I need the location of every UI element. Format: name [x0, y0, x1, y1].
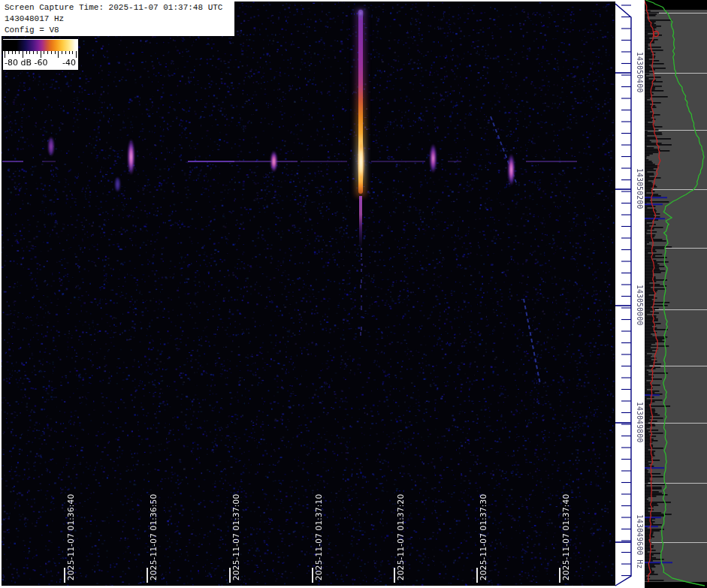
time-axis-label: 2025-11-07 01:37:00	[231, 494, 240, 580]
main-echo-faint-dash	[361, 269, 362, 272]
colorbar-tick	[62, 51, 62, 54]
colorbar-tick	[26, 51, 27, 54]
colorbar-tick	[51, 51, 52, 54]
time-axis-label: 2025-11-07 01:37:30	[479, 494, 488, 580]
carrier-segment	[42, 161, 56, 162]
colorbar-label-left: -80 dB -60	[5, 58, 47, 68]
main-echo-faint-dash	[360, 285, 361, 288]
carrier-segment	[2, 161, 23, 162]
freq-axis-label: 143050200	[636, 168, 644, 209]
main-echo-head	[358, 9, 364, 17]
freq-axis-label: 143049800	[636, 402, 644, 442]
echo-blip	[114, 176, 121, 193]
freq-axis-label: 143050000	[636, 285, 644, 325]
frequency-axis: 1430504001430502001430500001430498001430…	[615, 0, 645, 588]
freq-axis-label: 143050400	[636, 52, 644, 92]
main-echo-hotspot	[358, 139, 364, 185]
capture-info-box: Screen Capture Time: 2025-11-07 01:37:48…	[2, 2, 234, 36]
main-echo-faint-dash	[361, 253, 362, 257]
spectrum-curves	[645, 0, 707, 588]
main-echo-tail	[359, 196, 362, 248]
colorbar-labels: -80 dB -60 -40	[3, 58, 78, 68]
left-border	[0, 0, 2, 588]
main-echo-faint-dash	[360, 332, 361, 336]
colorbar-tick	[29, 51, 30, 54]
colorbar-tick	[15, 51, 16, 54]
main-echo-faint-dash	[361, 279, 362, 283]
time-tick	[229, 568, 231, 583]
time-axis-label: 2025-11-07 01:37:40	[561, 494, 570, 580]
time-axis-label: 2025-11-07 01:37:20	[396, 494, 405, 580]
echo-blip	[507, 152, 515, 188]
time-tick	[147, 568, 148, 583]
carrier-segment	[188, 161, 234, 162]
echo-blip	[270, 149, 278, 173]
colorbar-tick	[58, 51, 59, 58]
colorbar-tick	[5, 51, 5, 58]
echo-blip	[47, 135, 55, 158]
colorbar-tick	[8, 51, 9, 54]
main-echo-faint-dash	[361, 306, 362, 310]
main-echo-faint-dash	[361, 248, 362, 250]
colorbar-tick	[23, 51, 23, 58]
colorbar-label-right: -40	[62, 58, 76, 68]
time-tick	[559, 568, 560, 583]
colorbar-tick	[76, 51, 77, 58]
colorbar-tick	[37, 51, 38, 54]
capture-time-text: Screen Capture Time: 2025-11-07 01:37:48…	[5, 2, 234, 14]
echo-blip	[429, 142, 437, 175]
carrier-segment	[371, 161, 425, 162]
carrier-segment	[526, 161, 577, 162]
main-echo-faint-dash	[361, 327, 362, 330]
green-spectrum-curve	[645, 0, 705, 586]
carrier-segment	[301, 161, 347, 162]
main-echo-faint-dash	[361, 295, 362, 297]
colorbar-tick	[72, 51, 73, 54]
main-echo-faint-dash	[361, 258, 362, 260]
red-average-curve	[645, 0, 660, 582]
time-tick	[394, 568, 395, 583]
colorbar-tick	[33, 51, 34, 54]
carrier-segment	[234, 161, 298, 162]
time-axis-label: 2025-11-07 01:36:50	[149, 494, 158, 580]
colorbar-tick	[47, 51, 48, 54]
time-tick	[312, 568, 313, 583]
spectrum-panel	[645, 0, 707, 588]
colorbar-tick	[19, 51, 20, 54]
time-axis-label: 2025-11-07 01:37:10	[314, 494, 323, 580]
colorbar-tick	[69, 51, 70, 54]
colorbar-gradient	[3, 40, 78, 51]
colorbar-tick	[65, 51, 66, 54]
config-text: Config = V8	[5, 25, 234, 36]
screen-capture: 2025-11-07 01:36:402025-11-07 01:36:5020…	[0, 0, 707, 588]
colorbar-tick	[55, 51, 56, 54]
colorbar-tick	[12, 51, 13, 54]
waterfall-spectrogram: 2025-11-07 01:36:402025-11-07 01:36:5020…	[0, 0, 615, 588]
time-tick	[476, 568, 478, 583]
time-axis-label: 2025-11-07 01:36:40	[66, 494, 75, 580]
time-tick	[64, 568, 65, 583]
frequency-text: 143048017 Hz	[5, 14, 234, 25]
freq-axis-label: 143049600 Hz	[636, 514, 644, 568]
colorbar-tick	[44, 51, 44, 54]
carrier-segment	[448, 161, 461, 162]
trail-line	[524, 299, 540, 384]
intensity-colorbar: -80 dB -60 -40	[3, 39, 78, 70]
main-echo-faint-dash	[361, 264, 363, 266]
colorbar-tick	[41, 51, 41, 58]
echo-blip	[127, 137, 135, 177]
axis-line	[615, 4, 631, 586]
satellite-trails	[0, 0, 615, 588]
